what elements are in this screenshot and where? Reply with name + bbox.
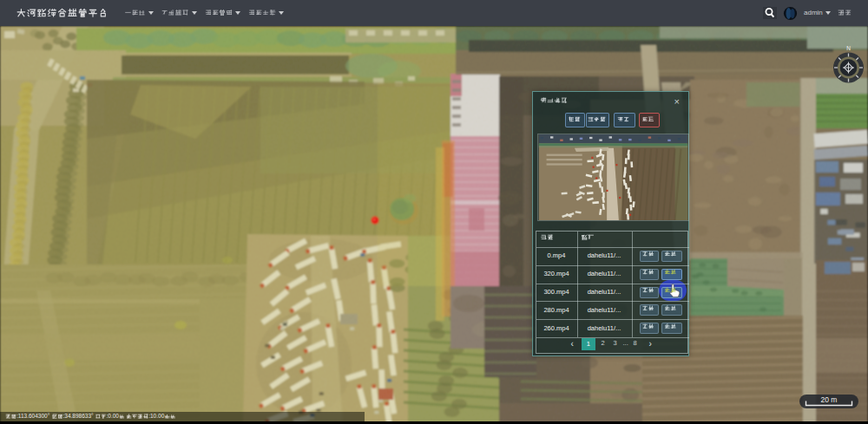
svg-text:N: N [846, 45, 851, 51]
